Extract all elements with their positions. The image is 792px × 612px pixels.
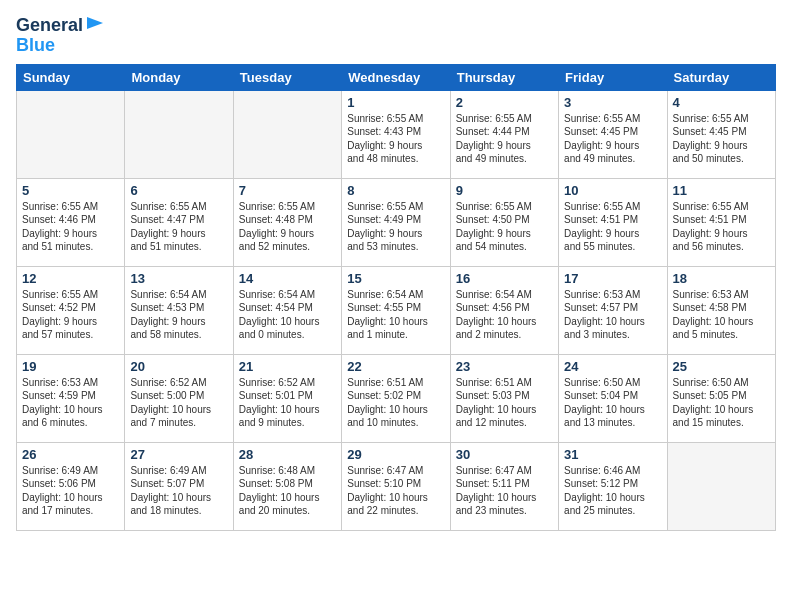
day-number: 4: [673, 95, 770, 110]
calendar-header-friday: Friday: [559, 64, 667, 90]
calendar-cell: [125, 90, 233, 178]
calendar-cell: 12Sunrise: 6:55 AM Sunset: 4:52 PM Dayli…: [17, 266, 125, 354]
day-number: 12: [22, 271, 119, 286]
day-number: 2: [456, 95, 553, 110]
calendar-cell: 17Sunrise: 6:53 AM Sunset: 4:57 PM Dayli…: [559, 266, 667, 354]
day-number: 28: [239, 447, 336, 462]
day-info: Sunrise: 6:51 AM Sunset: 5:03 PM Dayligh…: [456, 376, 553, 430]
calendar-cell: 24Sunrise: 6:50 AM Sunset: 5:04 PM Dayli…: [559, 354, 667, 442]
day-number: 29: [347, 447, 444, 462]
calendar-week-row: 1Sunrise: 6:55 AM Sunset: 4:43 PM Daylig…: [17, 90, 776, 178]
day-info: Sunrise: 6:55 AM Sunset: 4:45 PM Dayligh…: [673, 112, 770, 166]
day-number: 19: [22, 359, 119, 374]
day-info: Sunrise: 6:55 AM Sunset: 4:43 PM Dayligh…: [347, 112, 444, 166]
logo-text-general: General: [16, 16, 83, 36]
day-number: 14: [239, 271, 336, 286]
day-number: 20: [130, 359, 227, 374]
day-number: 24: [564, 359, 661, 374]
calendar-cell: 10Sunrise: 6:55 AM Sunset: 4:51 PM Dayli…: [559, 178, 667, 266]
day-info: Sunrise: 6:51 AM Sunset: 5:02 PM Dayligh…: [347, 376, 444, 430]
header: General Blue: [16, 16, 776, 56]
day-number: 7: [239, 183, 336, 198]
day-number: 10: [564, 183, 661, 198]
day-info: Sunrise: 6:53 AM Sunset: 4:57 PM Dayligh…: [564, 288, 661, 342]
calendar-cell: 23Sunrise: 6:51 AM Sunset: 5:03 PM Dayli…: [450, 354, 558, 442]
calendar-cell: 27Sunrise: 6:49 AM Sunset: 5:07 PM Dayli…: [125, 442, 233, 530]
calendar-cell: 21Sunrise: 6:52 AM Sunset: 5:01 PM Dayli…: [233, 354, 341, 442]
calendar-week-row: 19Sunrise: 6:53 AM Sunset: 4:59 PM Dayli…: [17, 354, 776, 442]
calendar-cell: 1Sunrise: 6:55 AM Sunset: 4:43 PM Daylig…: [342, 90, 450, 178]
calendar-cell: 8Sunrise: 6:55 AM Sunset: 4:49 PM Daylig…: [342, 178, 450, 266]
day-info: Sunrise: 6:55 AM Sunset: 4:44 PM Dayligh…: [456, 112, 553, 166]
day-info: Sunrise: 6:55 AM Sunset: 4:52 PM Dayligh…: [22, 288, 119, 342]
day-number: 11: [673, 183, 770, 198]
day-number: 3: [564, 95, 661, 110]
calendar-cell: [667, 442, 775, 530]
calendar-cell: 7Sunrise: 6:55 AM Sunset: 4:48 PM Daylig…: [233, 178, 341, 266]
calendar-cell: 18Sunrise: 6:53 AM Sunset: 4:58 PM Dayli…: [667, 266, 775, 354]
day-number: 30: [456, 447, 553, 462]
day-number: 16: [456, 271, 553, 286]
calendar-cell: 2Sunrise: 6:55 AM Sunset: 4:44 PM Daylig…: [450, 90, 558, 178]
calendar-cell: 26Sunrise: 6:49 AM Sunset: 5:06 PM Dayli…: [17, 442, 125, 530]
day-info: Sunrise: 6:50 AM Sunset: 5:04 PM Dayligh…: [564, 376, 661, 430]
day-number: 9: [456, 183, 553, 198]
day-info: Sunrise: 6:53 AM Sunset: 4:59 PM Dayligh…: [22, 376, 119, 430]
calendar-cell: 20Sunrise: 6:52 AM Sunset: 5:00 PM Dayli…: [125, 354, 233, 442]
logo-flag-icon: [85, 15, 107, 33]
day-number: 21: [239, 359, 336, 374]
calendar-week-row: 12Sunrise: 6:55 AM Sunset: 4:52 PM Dayli…: [17, 266, 776, 354]
calendar-cell: 4Sunrise: 6:55 AM Sunset: 4:45 PM Daylig…: [667, 90, 775, 178]
calendar-cell: 5Sunrise: 6:55 AM Sunset: 4:46 PM Daylig…: [17, 178, 125, 266]
day-info: Sunrise: 6:54 AM Sunset: 4:54 PM Dayligh…: [239, 288, 336, 342]
calendar-cell: 9Sunrise: 6:55 AM Sunset: 4:50 PM Daylig…: [450, 178, 558, 266]
calendar-cell: 19Sunrise: 6:53 AM Sunset: 4:59 PM Dayli…: [17, 354, 125, 442]
day-info: Sunrise: 6:55 AM Sunset: 4:47 PM Dayligh…: [130, 200, 227, 254]
day-info: Sunrise: 6:54 AM Sunset: 4:56 PM Dayligh…: [456, 288, 553, 342]
day-info: Sunrise: 6:54 AM Sunset: 4:53 PM Dayligh…: [130, 288, 227, 342]
day-number: 15: [347, 271, 444, 286]
day-info: Sunrise: 6:55 AM Sunset: 4:48 PM Dayligh…: [239, 200, 336, 254]
calendar-cell: 3Sunrise: 6:55 AM Sunset: 4:45 PM Daylig…: [559, 90, 667, 178]
calendar-table: SundayMondayTuesdayWednesdayThursdayFrid…: [16, 64, 776, 531]
day-info: Sunrise: 6:49 AM Sunset: 5:06 PM Dayligh…: [22, 464, 119, 518]
calendar-header-row: SundayMondayTuesdayWednesdayThursdayFrid…: [17, 64, 776, 90]
calendar-cell: 6Sunrise: 6:55 AM Sunset: 4:47 PM Daylig…: [125, 178, 233, 266]
calendar-cell: 14Sunrise: 6:54 AM Sunset: 4:54 PM Dayli…: [233, 266, 341, 354]
calendar-cell: 30Sunrise: 6:47 AM Sunset: 5:11 PM Dayli…: [450, 442, 558, 530]
day-info: Sunrise: 6:47 AM Sunset: 5:11 PM Dayligh…: [456, 464, 553, 518]
logo-text-blue: Blue: [16, 36, 55, 56]
page-container: General Blue SundayMondayTuesdayWednesda…: [0, 0, 792, 541]
day-number: 23: [456, 359, 553, 374]
calendar-header-sunday: Sunday: [17, 64, 125, 90]
logo: General Blue: [16, 16, 107, 56]
calendar-cell: 25Sunrise: 6:50 AM Sunset: 5:05 PM Dayli…: [667, 354, 775, 442]
calendar-header-monday: Monday: [125, 64, 233, 90]
calendar-cell: 29Sunrise: 6:47 AM Sunset: 5:10 PM Dayli…: [342, 442, 450, 530]
day-info: Sunrise: 6:47 AM Sunset: 5:10 PM Dayligh…: [347, 464, 444, 518]
day-number: 6: [130, 183, 227, 198]
calendar-cell: 11Sunrise: 6:55 AM Sunset: 4:51 PM Dayli…: [667, 178, 775, 266]
calendar-cell: 28Sunrise: 6:48 AM Sunset: 5:08 PM Dayli…: [233, 442, 341, 530]
calendar-cell: 16Sunrise: 6:54 AM Sunset: 4:56 PM Dayli…: [450, 266, 558, 354]
day-info: Sunrise: 6:49 AM Sunset: 5:07 PM Dayligh…: [130, 464, 227, 518]
day-number: 31: [564, 447, 661, 462]
calendar-cell: 31Sunrise: 6:46 AM Sunset: 5:12 PM Dayli…: [559, 442, 667, 530]
day-info: Sunrise: 6:54 AM Sunset: 4:55 PM Dayligh…: [347, 288, 444, 342]
day-info: Sunrise: 6:46 AM Sunset: 5:12 PM Dayligh…: [564, 464, 661, 518]
day-info: Sunrise: 6:48 AM Sunset: 5:08 PM Dayligh…: [239, 464, 336, 518]
day-number: 8: [347, 183, 444, 198]
day-number: 26: [22, 447, 119, 462]
day-number: 17: [564, 271, 661, 286]
day-number: 27: [130, 447, 227, 462]
day-info: Sunrise: 6:55 AM Sunset: 4:50 PM Dayligh…: [456, 200, 553, 254]
day-info: Sunrise: 6:52 AM Sunset: 5:00 PM Dayligh…: [130, 376, 227, 430]
day-info: Sunrise: 6:55 AM Sunset: 4:45 PM Dayligh…: [564, 112, 661, 166]
day-number: 13: [130, 271, 227, 286]
calendar-header-thursday: Thursday: [450, 64, 558, 90]
day-number: 25: [673, 359, 770, 374]
calendar-week-row: 5Sunrise: 6:55 AM Sunset: 4:46 PM Daylig…: [17, 178, 776, 266]
day-info: Sunrise: 6:55 AM Sunset: 4:46 PM Dayligh…: [22, 200, 119, 254]
day-number: 22: [347, 359, 444, 374]
calendar-header-tuesday: Tuesday: [233, 64, 341, 90]
